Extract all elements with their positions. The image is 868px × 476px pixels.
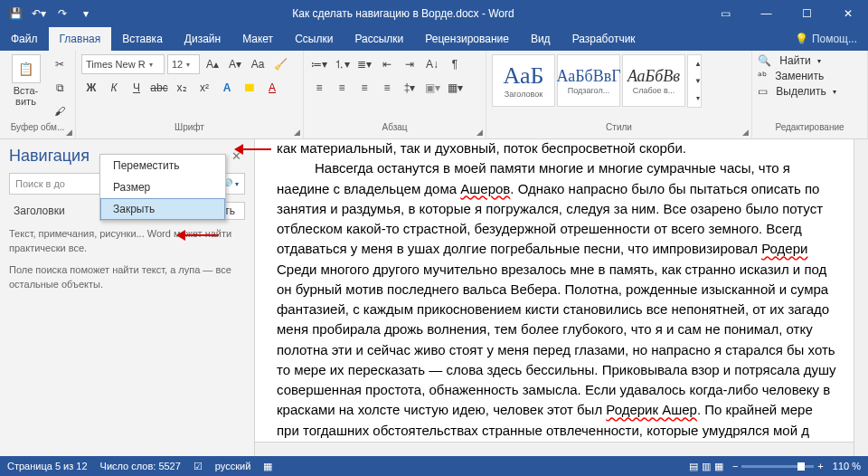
style-subtle[interactable]: АаБбВв Слабое в...: [622, 54, 685, 107]
minimize-icon[interactable]: —: [746, 0, 787, 27]
show-marks-button[interactable]: ¶: [445, 54, 465, 74]
style-preview: АаБбВв: [627, 67, 680, 86]
numbering-button[interactable]: ⒈▾: [332, 54, 352, 74]
grow-font-button[interactable]: A▴: [203, 54, 222, 74]
shrink-font-button[interactable]: A▾: [225, 54, 245, 74]
title-bar: 💾 ↶▾ ↷ ▾ Как сделать навигацию в Ворде.d…: [0, 0, 868, 27]
maximize-icon[interactable]: ☐: [787, 0, 827, 27]
tab-refs[interactable]: Ссылки: [284, 27, 344, 51]
zoom-out-button[interactable]: −: [732, 461, 738, 471]
document-page[interactable]: как материальный, так и духовный, поток …: [255, 139, 868, 456]
font-size-input[interactable]: 12: [167, 54, 200, 74]
undo-icon[interactable]: ↶▾: [29, 4, 49, 24]
multilevel-button[interactable]: ≣▾: [354, 54, 374, 74]
menu-item-size[interactable]: Размер: [100, 176, 225, 198]
clipboard-launcher-icon[interactable]: ◢: [66, 128, 72, 137]
ribbon: 📋 Вста-вить ✂ ⧉ 🖌 Буфер обм... ◢ Times N…: [0, 51, 868, 139]
nav-search-placeholder: Поиск в до: [15, 178, 65, 189]
doc-line: при тогдашних обстоятельствах странные о…: [277, 422, 850, 440]
zoom-in-button[interactable]: +: [817, 461, 823, 471]
tab-insert[interactable]: Вставка: [111, 27, 174, 51]
menu-item-move[interactable]: Переместить: [100, 155, 225, 176]
styles-more-button[interactable]: ▾: [688, 90, 708, 107]
sort-button[interactable]: A↓: [422, 54, 442, 74]
align-center-button[interactable]: ≡: [332, 78, 352, 98]
strike-button[interactable]: abc: [149, 78, 169, 98]
highlight-button[interactable]: ⯀: [240, 78, 259, 98]
horizontal-scrollbar[interactable]: [255, 442, 854, 456]
zoom-level[interactable]: 110 %: [833, 461, 861, 471]
superscript-button[interactable]: x²: [194, 78, 214, 98]
select-button[interactable]: ▭ Выделить▾: [758, 85, 836, 98]
view-print-icon[interactable]: ▥: [702, 461, 711, 472]
font-color-button[interactable]: A: [262, 78, 282, 98]
status-page[interactable]: Страница 5 из 12: [7, 461, 88, 471]
ribbon-options-icon[interactable]: ▭: [705, 0, 746, 27]
styles-up-button[interactable]: ▲: [688, 55, 708, 72]
font-launcher-icon[interactable]: ◢: [294, 128, 300, 137]
styles-launcher-icon[interactable]: ◢: [742, 128, 749, 137]
tab-design[interactable]: Дизайн: [174, 27, 231, 51]
tab-layout[interactable]: Макет: [231, 27, 284, 51]
lightbulb-icon: 💡: [795, 33, 808, 45]
close-window-icon[interactable]: ✕: [827, 0, 868, 27]
style-subheading[interactable]: АаБбВвГ Подзагол...: [557, 54, 620, 107]
styles-down-button[interactable]: ▼: [688, 72, 708, 90]
styles-gallery[interactable]: АаБ Заголовок АаБбВвГ Подзагол... АаБбВв…: [492, 54, 702, 108]
subscript-button[interactable]: x₂: [172, 78, 192, 98]
line-spacing-button[interactable]: ‡▾: [400, 78, 420, 98]
doc-line: отдаваться у меня в ушах долгие погребал…: [277, 240, 850, 258]
redo-icon[interactable]: ↷: [52, 4, 72, 24]
replace-button[interactable]: ᵃᵇ Заменить: [758, 70, 824, 82]
underline-button[interactable]: Ч: [127, 78, 146, 98]
tab-review[interactable]: Рецензирование: [414, 27, 520, 51]
paste-icon: 📋: [12, 54, 41, 83]
tab-view[interactable]: Вид: [520, 27, 561, 51]
font-name-input[interactable]: Times New R: [81, 54, 165, 74]
status-proof[interactable]: ☑: [193, 461, 203, 472]
clear-format-button[interactable]: 🧹: [270, 54, 290, 74]
find-button[interactable]: 🔍 Найти▾: [758, 54, 821, 67]
nav-tab-headings[interactable]: Заголовки: [9, 202, 70, 220]
format-painter-button[interactable]: 🖌: [50, 101, 70, 121]
text-effects-button[interactable]: A: [217, 78, 237, 98]
view-read-icon[interactable]: ▤: [689, 461, 698, 472]
view-web-icon[interactable]: ▦: [714, 461, 723, 472]
doc-line: занятия и раздумья, в которые я погружал…: [277, 200, 850, 218]
copy-button[interactable]: ⧉: [50, 78, 70, 98]
borders-button[interactable]: ▦▾: [445, 78, 465, 98]
group-font: Times New R 12 A▴ A▾ Aa 🧹 Ж К Ч abc x₂ x…: [76, 51, 304, 138]
status-lang[interactable]: русский: [215, 461, 250, 471]
italic-button[interactable]: К: [104, 78, 124, 98]
change-case-button[interactable]: Aa: [248, 54, 268, 74]
bold-button[interactable]: Ж: [81, 78, 101, 98]
bullets-button[interactable]: ≔▾: [309, 54, 329, 74]
tab-tell-me[interactable]: 💡 Помощ...: [784, 27, 868, 51]
doc-line: наедине с владельцем дома Ашеров. Однако…: [277, 180, 850, 198]
tab-file[interactable]: Файл: [0, 27, 49, 51]
align-left-button[interactable]: ≡: [309, 78, 329, 98]
para-launcher-icon[interactable]: ◢: [476, 128, 483, 137]
status-words[interactable]: Число слов: 5527: [100, 461, 181, 471]
status-macro-icon[interactable]: ▦: [263, 461, 272, 472]
tab-mail[interactable]: Рассылки: [344, 27, 414, 51]
align-right-button[interactable]: ≡: [354, 78, 374, 98]
shading-button[interactable]: ▣▾: [422, 78, 442, 98]
save-icon[interactable]: 💾: [5, 4, 25, 24]
menu-item-close[interactable]: Закрыть: [100, 198, 225, 220]
navigation-pane: Навигация ▼ ✕ Поиск в до 🔎▾ Заголовки та…: [0, 139, 255, 456]
cut-button[interactable]: ✂: [50, 54, 70, 74]
inc-indent-button[interactable]: ⇥: [400, 54, 420, 74]
doc-line: Навсегда останутся в моей памяти многие …: [277, 159, 850, 177]
style-name: Заголовок: [505, 90, 542, 99]
annotation-arrow-1: [235, 146, 271, 153]
tab-home[interactable]: Главная: [49, 27, 112, 51]
tab-dev[interactable]: Разработчик: [561, 27, 646, 51]
style-heading[interactable]: АаБ Заголовок: [492, 54, 555, 107]
paste-button[interactable]: 📋 Вста-вить: [5, 54, 46, 107]
qat-more-icon[interactable]: ▾: [76, 4, 96, 24]
vertical-scrollbar[interactable]: [854, 139, 868, 456]
align-justify-button[interactable]: ≡: [377, 78, 397, 98]
zoom-slider[interactable]: [741, 465, 814, 468]
dec-indent-button[interactable]: ⇤: [377, 54, 397, 74]
